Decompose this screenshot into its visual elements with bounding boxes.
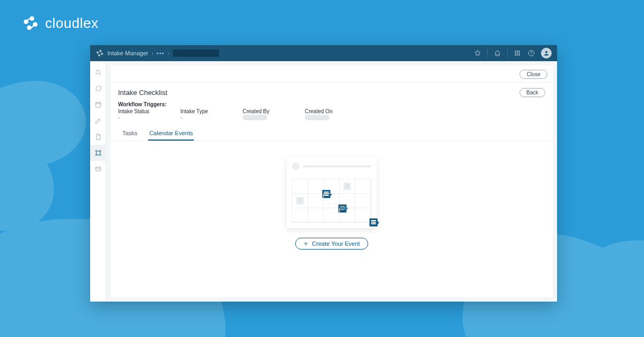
svg-point-20	[96, 70, 99, 74]
trigger-created-on-value	[305, 114, 367, 120]
content-panel: Close Intake Checklist Back Workflow Tri…	[111, 65, 553, 297]
breadcrumb-separator: ›	[167, 50, 169, 56]
svg-point-10	[519, 51, 520, 52]
star-icon[interactable]	[473, 49, 482, 57]
svg-rect-21	[96, 102, 100, 107]
empty-state: Create Your Event	[111, 141, 553, 297]
workflow-triggers: Workflow Triggers: Intake Status - Intak…	[111, 99, 553, 124]
svg-point-22	[96, 150, 97, 152]
trigger-intake-type-label: Intake Type	[180, 108, 243, 114]
titlebar: Intake Manager › ••• ›	[90, 45, 557, 61]
tab-tasks[interactable]: Tasks	[121, 127, 138, 141]
svg-point-6	[101, 53, 103, 55]
rail-mail-icon[interactable]	[90, 161, 106, 177]
svg-point-16	[519, 55, 520, 56]
trigger-intake-status-value: -	[118, 114, 180, 120]
tab-calendar-events[interactable]: Calendar Events	[148, 127, 194, 141]
tabs: Tasks Calendar Events	[111, 124, 553, 141]
svg-point-23	[99, 150, 101, 152]
rail-chat-icon[interactable]	[90, 80, 106, 97]
trigger-created-by-value	[243, 114, 305, 120]
siderail	[90, 61, 106, 302]
rail-calendar-icon[interactable]	[90, 97, 106, 113]
empty-state-illustration	[287, 157, 377, 228]
rail-workflow-icon[interactable]	[90, 145, 106, 161]
trigger-created-by-label: Created By	[243, 108, 305, 114]
help-icon[interactable]	[527, 49, 536, 57]
rail-document-icon[interactable]	[90, 129, 106, 145]
svg-point-15	[517, 55, 518, 56]
svg-point-25	[99, 154, 101, 156]
breadcrumb-ellipsis[interactable]: •••	[157, 50, 165, 56]
back-button[interactable]: Back	[519, 88, 545, 97]
create-event-button[interactable]: Create Your Event	[295, 238, 368, 250]
svg-point-14	[515, 55, 516, 56]
svg-point-11	[515, 53, 516, 54]
plus-icon	[303, 241, 309, 246]
svg-point-4	[97, 52, 99, 54]
app-title[interactable]: Intake Manager	[107, 50, 148, 56]
trigger-created-on-label: Created On	[305, 108, 367, 114]
svg-point-12	[517, 53, 518, 54]
trigger-intake-status-label: Intake Status	[118, 108, 180, 114]
cloudlex-logo-icon	[21, 14, 40, 32]
rail-edit-icon[interactable]	[90, 113, 106, 129]
svg-point-13	[519, 53, 520, 54]
brand-logo: cloudlex	[21, 14, 98, 32]
apps-grid-icon[interactable]	[513, 49, 522, 57]
breadcrumb-separator: ›	[151, 50, 153, 56]
svg-point-19	[545, 51, 547, 53]
app-logo-icon	[96, 49, 104, 57]
svg-point-8	[515, 51, 516, 52]
breadcrumb-current-redacted	[173, 49, 219, 57]
user-avatar[interactable]	[541, 48, 552, 58]
brand-name: cloudlex	[45, 15, 98, 32]
page-title: Intake Checklist	[118, 89, 167, 97]
rail-search-icon[interactable]	[90, 64, 106, 80]
svg-point-5	[99, 50, 101, 52]
trigger-intake-type-value: -	[180, 114, 243, 120]
app-window: Intake Manager › ••• ›	[90, 45, 557, 302]
close-button[interactable]: Close	[519, 70, 547, 79]
create-event-label: Create Your Event	[312, 240, 360, 247]
svg-rect-26	[96, 167, 100, 171]
svg-point-18	[531, 54, 532, 55]
svg-point-7	[98, 54, 100, 56]
bell-icon[interactable]	[493, 49, 502, 57]
svg-point-9	[517, 51, 518, 52]
svg-point-24	[96, 154, 97, 156]
triggers-title: Workflow Triggers:	[118, 101, 545, 107]
